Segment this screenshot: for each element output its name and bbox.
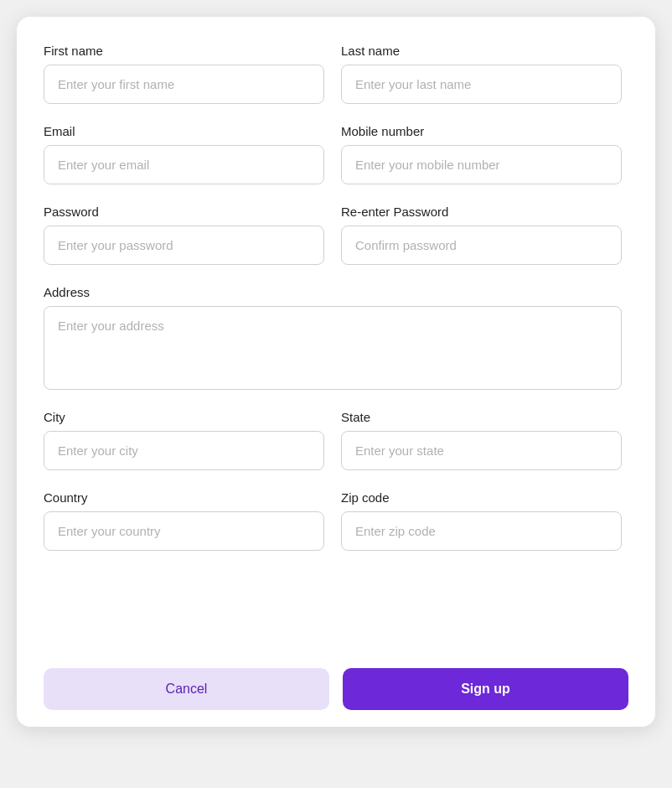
signup-modal: First name Last name Email Mobile number… <box>17 17 655 727</box>
first-name-group: First name <box>44 44 324 104</box>
last-name-label: Last name <box>341 44 622 58</box>
city-group: City <box>44 410 324 470</box>
confirm-password-label: Re-enter Password <box>341 205 622 219</box>
last-name-group: Last name <box>341 44 622 104</box>
last-name-input[interactable] <box>341 65 622 104</box>
password-input[interactable] <box>44 226 324 265</box>
state-label: State <box>341 410 622 424</box>
state-group: State <box>341 410 622 470</box>
city-input[interactable] <box>44 431 324 470</box>
form-scroll-area[interactable]: First name Last name Email Mobile number… <box>44 44 628 655</box>
password-label: Password <box>44 205 324 219</box>
confirm-password-group: Re-enter Password <box>341 205 622 265</box>
email-group: Email <box>44 124 324 184</box>
password-row: Password Re-enter Password <box>44 205 622 265</box>
country-zip-row: Country Zip code <box>44 490 622 551</box>
mobile-label: Mobile number <box>341 124 622 138</box>
country-label: Country <box>44 490 324 505</box>
mobile-group: Mobile number <box>341 124 622 184</box>
name-row: First name Last name <box>44 44 622 104</box>
first-name-label: First name <box>44 44 324 58</box>
email-mobile-row: Email Mobile number <box>44 124 622 184</box>
password-group: Password <box>44 205 324 265</box>
country-input[interactable] <box>44 511 324 551</box>
state-input[interactable] <box>341 431 622 470</box>
address-input[interactable] <box>44 306 622 390</box>
first-name-input[interactable] <box>44 65 324 104</box>
address-group: Address <box>44 285 622 390</box>
zip-label: Zip code <box>341 490 622 505</box>
zip-group: Zip code <box>341 490 622 551</box>
address-row: Address <box>44 285 622 390</box>
email-label: Email <box>44 124 324 138</box>
city-label: City <box>44 410 324 424</box>
address-label: Address <box>44 285 622 299</box>
email-input[interactable] <box>44 145 324 184</box>
button-row: Cancel Sign up <box>44 655 628 727</box>
city-state-row: City State <box>44 410 622 470</box>
zip-input[interactable] <box>341 511 622 551</box>
mobile-input[interactable] <box>341 145 622 184</box>
country-group: Country <box>44 490 324 551</box>
cancel-button[interactable]: Cancel <box>44 668 329 710</box>
signup-button[interactable]: Sign up <box>343 668 628 710</box>
confirm-password-input[interactable] <box>341 226 622 265</box>
